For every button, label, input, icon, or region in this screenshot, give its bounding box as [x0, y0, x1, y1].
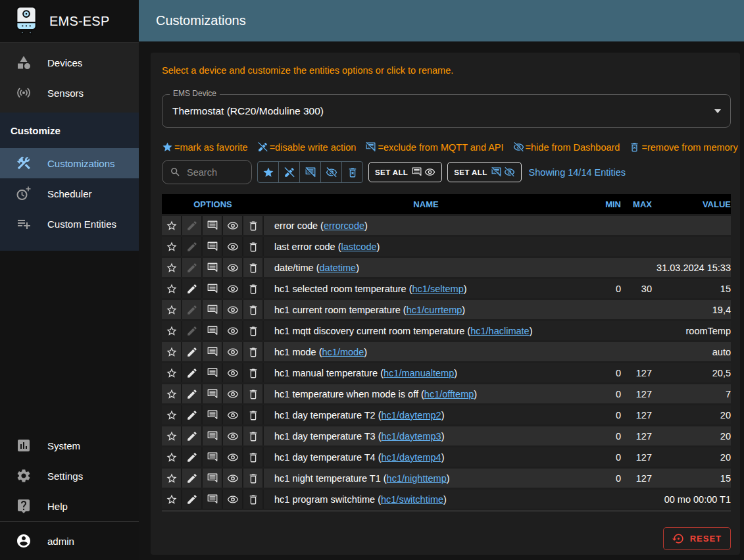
- mqtt-comment-icon[interactable]: [203, 300, 223, 319]
- mqtt-comment-icon[interactable]: [203, 237, 223, 256]
- sidebar-item-sensors[interactable]: Sensors: [0, 78, 139, 108]
- favorite-star-icon[interactable]: [162, 216, 182, 235]
- entity-shortname-link[interactable]: hc1/switchtime: [381, 494, 443, 505]
- edit-icon[interactable]: [182, 426, 203, 445]
- delete-icon[interactable]: [243, 237, 264, 256]
- entity-name[interactable]: hc1 selected room temperature (hc1/selte…: [264, 279, 588, 298]
- delete-icon[interactable]: [243, 216, 264, 235]
- search-input[interactable]: [186, 166, 247, 178]
- delete-icon[interactable]: [243, 426, 264, 445]
- favorite-star-icon[interactable]: [162, 426, 182, 445]
- favorite-star-icon[interactable]: [162, 321, 182, 340]
- filter-remove-button[interactable]: [342, 162, 362, 182]
- delete-icon[interactable]: [243, 384, 264, 403]
- entity-name[interactable]: date/time (datetime): [264, 258, 588, 277]
- visibility-icon[interactable]: [223, 363, 243, 382]
- entity-shortname-link[interactable]: hc1/haclimate: [470, 326, 529, 336]
- visibility-icon[interactable]: [223, 216, 243, 235]
- sidebar-item-system[interactable]: System: [0, 430, 139, 461]
- entity-name[interactable]: hc1 mode (hc1/mode): [264, 342, 588, 361]
- filter-write-off-button[interactable]: [279, 162, 300, 182]
- sidebar-item-devices[interactable]: Devices: [0, 47, 139, 78]
- edit-icon[interactable]: [182, 363, 203, 382]
- filter-favorite-button[interactable]: [258, 162, 279, 182]
- entity-shortname-link[interactable]: hc1/mode: [322, 347, 364, 357]
- search-box[interactable]: [162, 160, 252, 184]
- entity-name[interactable]: error code (errorcode): [264, 216, 588, 235]
- visibility-icon[interactable]: [223, 258, 243, 277]
- set-all-hidden-button[interactable]: SET ALL: [447, 162, 521, 182]
- sidebar-item-help[interactable]: Help: [0, 491, 139, 521]
- entity-shortname-link[interactable]: hc1/nighttemp: [387, 473, 447, 484]
- mqtt-comment-icon[interactable]: [203, 279, 223, 298]
- favorite-star-icon[interactable]: [162, 490, 182, 509]
- entity-shortname-link[interactable]: hc1/offtemp: [424, 389, 474, 399]
- entity-shortname-link[interactable]: hc1/seltemp: [412, 284, 464, 294]
- entity-name[interactable]: hc1 mqtt discovery current room temperat…: [264, 321, 588, 340]
- sidebar-item-custom-entities[interactable]: Custom Entities: [0, 209, 139, 239]
- set-all-visible-button[interactable]: SET ALL: [368, 162, 442, 182]
- delete-icon[interactable]: [243, 300, 264, 319]
- mqtt-comment-icon[interactable]: [203, 447, 223, 467]
- visibility-icon[interactable]: [223, 342, 243, 361]
- entity-name[interactable]: hc1 program switchtime (hc1/switchtime): [264, 490, 588, 509]
- mqtt-comment-icon[interactable]: [203, 426, 223, 445]
- favorite-star-icon[interactable]: [162, 447, 182, 467]
- sidebar-item-settings[interactable]: Settings: [0, 461, 139, 491]
- visibility-icon[interactable]: [223, 321, 243, 340]
- sidebar-item-admin[interactable]: admin: [0, 522, 139, 560]
- visibility-icon[interactable]: [223, 405, 243, 424]
- favorite-star-icon[interactable]: [162, 384, 182, 403]
- favorite-star-icon[interactable]: [162, 237, 182, 256]
- entity-shortname-link[interactable]: hc1/manualtemp: [384, 368, 454, 378]
- visibility-icon[interactable]: [223, 490, 243, 509]
- filter-hide-button[interactable]: [321, 162, 342, 182]
- delete-icon[interactable]: [243, 490, 264, 509]
- mqtt-comment-icon[interactable]: [203, 342, 223, 361]
- delete-icon[interactable]: [243, 447, 264, 467]
- edit-icon[interactable]: [182, 342, 203, 361]
- visibility-icon[interactable]: [223, 279, 243, 298]
- delete-icon[interactable]: [243, 321, 264, 340]
- edit-icon[interactable]: [182, 447, 203, 467]
- mqtt-comment-icon[interactable]: [203, 363, 223, 382]
- edit-icon[interactable]: [182, 405, 203, 424]
- delete-icon[interactable]: [243, 363, 264, 382]
- entity-name[interactable]: last error code (lastcode): [264, 237, 588, 256]
- edit-icon[interactable]: [182, 469, 203, 488]
- entity-shortname-link[interactable]: lastcode: [341, 242, 377, 252]
- edit-icon[interactable]: [182, 490, 203, 509]
- mqtt-comment-icon[interactable]: [203, 258, 223, 277]
- ems-device-select[interactable]: EMS Device Thermostat (RC20/Moduline 300…: [162, 94, 731, 128]
- entity-name[interactable]: hc1 manual temperature (hc1/manualtemp): [264, 363, 588, 382]
- mqtt-comment-icon[interactable]: [203, 321, 223, 340]
- filter-mqtt-exclude-button[interactable]: [300, 162, 321, 182]
- delete-icon[interactable]: [243, 342, 264, 361]
- visibility-icon[interactable]: [223, 426, 243, 445]
- entity-name[interactable]: hc1 day temperature T3 (hc1/daytemp3): [264, 426, 588, 445]
- favorite-star-icon[interactable]: [162, 258, 182, 277]
- sidebar-item-customizations[interactable]: Customizations: [0, 148, 139, 178]
- visibility-icon[interactable]: [223, 300, 243, 319]
- sidebar-item-scheduler[interactable]: Scheduler: [0, 178, 139, 209]
- entity-name[interactable]: hc1 night temperature T1 (hc1/nighttemp): [264, 469, 588, 488]
- entity-name[interactable]: hc1 day temperature T2 (hc1/daytemp2): [264, 405, 588, 424]
- entity-shortname-link[interactable]: hc1/currtemp: [407, 305, 462, 315]
- entity-name[interactable]: hc1 temperature when mode is off (hc1/of…: [264, 384, 588, 403]
- delete-icon[interactable]: [243, 405, 264, 424]
- reset-button[interactable]: RESET: [663, 527, 731, 550]
- visibility-icon[interactable]: [223, 384, 243, 403]
- visibility-icon[interactable]: [223, 237, 243, 256]
- edit-icon[interactable]: [182, 384, 203, 403]
- favorite-star-icon[interactable]: [162, 469, 182, 488]
- favorite-star-icon[interactable]: [162, 342, 182, 361]
- favorite-star-icon[interactable]: [162, 279, 182, 298]
- mqtt-comment-icon[interactable]: [203, 405, 223, 424]
- favorite-star-icon[interactable]: [162, 405, 182, 424]
- mqtt-comment-icon[interactable]: [203, 384, 223, 403]
- favorite-star-icon[interactable]: [162, 363, 182, 382]
- favorite-star-icon[interactable]: [162, 300, 182, 319]
- mqtt-comment-icon[interactable]: [203, 216, 223, 235]
- entity-shortname-link[interactable]: datetime: [320, 263, 357, 273]
- edit-icon[interactable]: [182, 279, 203, 298]
